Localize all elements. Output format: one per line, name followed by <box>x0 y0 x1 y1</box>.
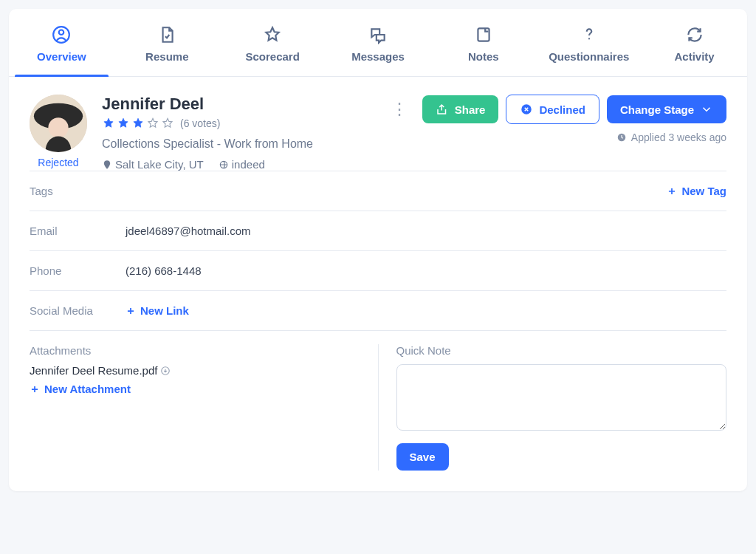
download-icon <box>160 366 171 376</box>
candidate-rating: (6 votes) <box>102 117 369 130</box>
candidate-location: Salt Lake City, UT <box>102 158 204 171</box>
attachment-item[interactable]: Jennifer Deel Resume.pdf <box>30 364 171 377</box>
question-icon <box>580 25 599 44</box>
declined-button[interactable]: Declined <box>506 95 599 124</box>
tab-messages-label: Messages <box>351 50 405 63</box>
candidate-name: Jennifer Deel <box>102 95 369 114</box>
star-empty-icon <box>161 117 174 130</box>
tab-overview-label: Overview <box>37 50 86 63</box>
tab-overview[interactable]: Overview <box>9 9 114 76</box>
svg-point-1 <box>59 30 64 35</box>
share-icon <box>436 103 449 116</box>
more-actions-menu[interactable]: ⋮ <box>384 98 415 120</box>
share-button[interactable]: Share <box>422 95 499 123</box>
tab-resume-label: Resume <box>145 50 188 63</box>
star-full-icon <box>117 117 130 130</box>
tab-notes-label: Notes <box>468 50 499 63</box>
candidate-status: Rejected <box>38 157 78 168</box>
source-icon <box>219 160 229 170</box>
email-label: Email <box>30 225 126 237</box>
star-empty-icon <box>146 117 159 130</box>
star-full-icon <box>131 117 145 130</box>
star-full-icon <box>102 117 115 130</box>
tab-activity[interactable]: Activity <box>642 9 747 76</box>
plus-icon <box>667 186 677 196</box>
plus-icon <box>126 306 136 316</box>
tab-scorecard[interactable]: Scorecard <box>220 9 326 76</box>
svg-point-3 <box>588 38 590 39</box>
clock-icon <box>616 132 627 143</box>
svg-point-6 <box>48 117 68 137</box>
note-icon <box>474 25 493 44</box>
change-stage-button[interactable]: Change Stage <box>607 95 726 123</box>
rating-votes: (6 votes) <box>180 117 220 129</box>
user-circle-icon <box>52 25 71 44</box>
document-icon <box>157 25 176 44</box>
chevron-down-icon <box>700 103 713 116</box>
candidate-source: indeed <box>219 158 265 171</box>
email-value: jdeel46897@hotmail.com <box>126 225 251 237</box>
tab-notes[interactable]: Notes <box>430 9 536 76</box>
avatar-image <box>30 95 87 152</box>
tab-activity-label: Activity <box>674 50 714 63</box>
candidate-tabs: Overview Resume Scorecard Messages Notes… <box>9 9 747 77</box>
svg-rect-2 <box>478 28 489 41</box>
social-media-label: Social Media <box>30 304 126 317</box>
new-attachment-button[interactable]: New Attachment <box>30 383 131 395</box>
chat-icon <box>368 25 388 44</box>
plus-icon <box>30 384 40 394</box>
refresh-icon <box>685 25 704 44</box>
candidate-avatar <box>30 95 87 152</box>
applied-time: Applied 3 weeks ago <box>616 131 726 143</box>
new-link-button[interactable]: New Link <box>126 304 189 317</box>
tab-messages[interactable]: Messages <box>326 9 431 76</box>
quick-note-input[interactable] <box>396 364 727 431</box>
quick-note-label: Quick Note <box>396 344 727 357</box>
tab-resume[interactable]: Resume <box>114 9 220 76</box>
save-button[interactable]: Save <box>396 443 449 471</box>
new-tag-button[interactable]: New Tag <box>667 185 726 197</box>
attachments-label: Attachments <box>30 344 360 357</box>
x-circle-icon <box>520 103 533 116</box>
phone-label: Phone <box>30 264 126 277</box>
pin-icon <box>102 160 112 170</box>
star-icon <box>263 25 282 44</box>
phone-value: (216) 668-1448 <box>126 264 202 277</box>
tab-questionnaires[interactable]: Questionnaires <box>536 9 642 76</box>
tab-scorecard-label: Scorecard <box>245 50 299 63</box>
tags-label: Tags <box>30 185 126 197</box>
candidate-job-title: Collections Specialist - Work from Home <box>102 137 369 151</box>
tab-questionnaires-label: Questionnaires <box>549 50 629 63</box>
